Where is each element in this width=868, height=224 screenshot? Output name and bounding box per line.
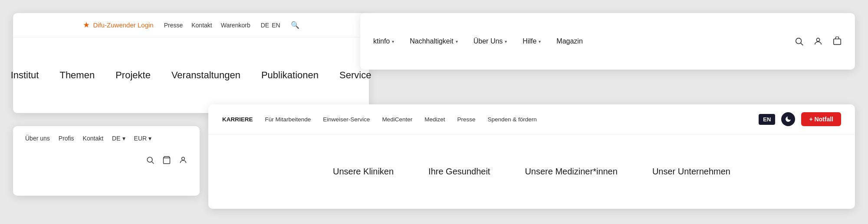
search-icon[interactable] xyxy=(146,156,155,164)
chevron-down-icon: ▾ xyxy=(505,39,507,44)
chevron-down-icon: ▾ xyxy=(539,39,541,44)
header-icons xyxy=(794,37,842,46)
user-icon[interactable] xyxy=(813,37,823,46)
card-1-topbar: Difu-Zuwender Login Presse Kontakt Waren… xyxy=(13,13,369,37)
main-nav-1: Institut Themen Projekte Veranstaltungen… xyxy=(13,37,369,113)
chevron-down-icon: ▾ xyxy=(456,39,458,44)
kontakt-link[interactable]: Kontakt xyxy=(191,22,212,29)
medicenter-link[interactable]: MediCenter xyxy=(382,116,412,123)
lang-de-label: DE xyxy=(112,135,120,142)
lang-de[interactable]: DE xyxy=(261,22,269,29)
small-nav-icons xyxy=(13,150,200,170)
nav-service[interactable]: Service xyxy=(339,70,371,81)
main-nav-2: ktinfo ▾ Nachhaltigkeit ▾ Über Uns ▾ Hil… xyxy=(373,37,794,45)
currency-chevron-icon: ▾ xyxy=(148,135,151,142)
svg-line-1 xyxy=(801,43,803,45)
warenkorb-link[interactable]: Warenkorb xyxy=(221,22,250,29)
search-icon[interactable]: 🔍 xyxy=(291,21,299,29)
nav-nachhaltigkeit-label: Nachhaltigkeit xyxy=(410,37,454,45)
cart-icon[interactable] xyxy=(832,37,842,46)
search-icon[interactable] xyxy=(794,37,804,46)
nav-themen[interactable]: Themen xyxy=(59,70,95,81)
nav-mediziner[interactable]: Unsere Mediziner*innen xyxy=(525,167,617,177)
difu-login-link[interactable]: Difu-Zuwender Login xyxy=(82,21,153,29)
nav-projekte[interactable]: Projekte xyxy=(115,70,151,81)
ueber-uns-link[interactable]: Über uns xyxy=(25,135,50,142)
currency-label: EUR xyxy=(134,135,147,142)
lang-en-button[interactable]: EN xyxy=(759,114,775,125)
card-institut: Difu-Zuwender Login Presse Kontakt Waren… xyxy=(13,13,369,113)
theme-toggle-button[interactable] xyxy=(781,112,795,126)
profis-link[interactable]: Profis xyxy=(59,135,74,142)
card-produktinfo: ktinfo ▾ Nachhaltigkeit ▾ Über Uns ▾ Hil… xyxy=(360,13,855,70)
nav-institut[interactable]: Institut xyxy=(11,70,39,81)
karriere-topbar: KARRIERE Für Mitarbeitende Einweiser-Ser… xyxy=(208,104,855,134)
card-small-nav: Über uns Profis Kontakt DE ▾ EUR ▾ xyxy=(13,126,200,196)
nav-ihre-gesundheit[interactable]: Ihre Gesundheit xyxy=(428,167,490,177)
presse-link[interactable]: Presse xyxy=(164,22,183,29)
svg-point-0 xyxy=(796,38,802,44)
svg-line-5 xyxy=(152,162,154,164)
einweiser-service-link[interactable]: Einweiser-Service xyxy=(323,116,370,123)
nav-hilfe[interactable]: Hilfe ▾ xyxy=(523,37,541,45)
svg-point-7 xyxy=(182,157,185,160)
star-icon xyxy=(82,21,90,29)
svg-rect-3 xyxy=(834,39,841,45)
currency-selector[interactable]: EUR ▾ xyxy=(134,135,152,142)
karriere-link[interactable]: KARRIERE xyxy=(222,116,253,123)
nav-magazin-label: Magazin xyxy=(556,37,582,45)
user-icon[interactable] xyxy=(179,156,187,164)
nav-unsere-kliniken[interactable]: Unsere Kliniken xyxy=(333,167,394,177)
top-links: Presse Kontakt Warenkorb xyxy=(164,22,250,29)
lang-chevron-icon: ▾ xyxy=(122,135,125,142)
nav-nachhaltigkeit[interactable]: Nachhaltigkeit ▾ xyxy=(410,37,458,45)
nav-ueber-uns[interactable]: Über Uns ▾ xyxy=(473,37,507,45)
nav-ktinfo-label: ktinfo xyxy=(373,37,390,45)
nav-ueber-uns-label: Über Uns xyxy=(473,37,503,45)
svg-point-2 xyxy=(816,38,819,41)
small-nav-links: Über uns Profis Kontakt DE ▾ EUR ▾ xyxy=(13,126,200,150)
difu-login-label: Difu-Zuwender Login xyxy=(93,21,153,29)
card-karriere: KARRIERE Für Mitarbeitende Einweiser-Ser… xyxy=(208,104,855,209)
medizet-link[interactable]: Medizet xyxy=(424,116,445,123)
nav-hilfe-label: Hilfe xyxy=(523,37,536,45)
nav-publikationen[interactable]: Publikationen xyxy=(261,70,319,81)
kontakt-link[interactable]: Kontakt xyxy=(83,135,103,142)
nav-veranstaltungen[interactable]: Veranstaltungen xyxy=(171,70,240,81)
nav-ktinfo[interactable]: ktinfo ▾ xyxy=(373,37,394,45)
lang-selector[interactable]: DE ▾ xyxy=(112,135,125,142)
presse-link[interactable]: Presse xyxy=(457,116,475,123)
main-nav-4: Unsere Kliniken Ihre Gesundheit Unsere M… xyxy=(208,134,855,209)
notfall-button[interactable]: + Notfall xyxy=(801,112,841,126)
chevron-down-icon: ▾ xyxy=(392,39,394,44)
language-group: DE EN xyxy=(261,22,280,29)
svg-point-4 xyxy=(147,157,152,162)
moon-icon xyxy=(785,116,792,123)
fuer-mitarbeitende-link[interactable]: Für Mitarbeitende xyxy=(265,116,311,123)
nav-magazin[interactable]: Magazin xyxy=(556,37,582,45)
spenden-link[interactable]: Spenden & fördern xyxy=(487,116,536,123)
lang-en[interactable]: EN xyxy=(272,22,280,29)
nav-unser-unternehmen[interactable]: Unser Unternehmen xyxy=(652,167,730,177)
basket-icon[interactable] xyxy=(162,156,171,164)
top-right-controls: EN + Notfall xyxy=(759,112,841,126)
